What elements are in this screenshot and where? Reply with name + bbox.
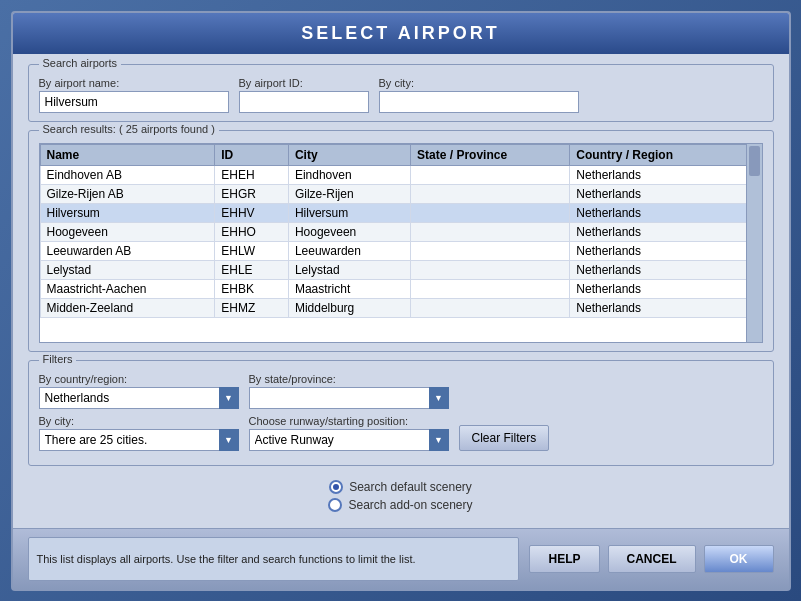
row-state (411, 260, 570, 279)
footer-buttons: HELP CANCEL OK (529, 545, 773, 573)
table-row[interactable]: Leeuwarden AB EHLW Leeuwarden Netherland… (40, 241, 761, 260)
addon-scenery-radio[interactable] (328, 498, 342, 512)
row-state (411, 203, 570, 222)
results-group-label: Search results: ( 25 airports found ) (39, 123, 219, 135)
row-city: Leeuwarden (288, 241, 410, 260)
row-id: EHMZ (215, 298, 289, 317)
row-city: Middelburg (288, 298, 410, 317)
country-select-wrapper: Netherlands Germany Belgium (39, 387, 239, 409)
default-scenery-row: Search default scenery (329, 480, 472, 494)
row-id: EHBK (215, 279, 289, 298)
filters-row-1: By country/region: Netherlands Germany B… (39, 373, 763, 409)
results-tbody: Eindhoven AB EHEH Eindhoven Netherlands … (40, 165, 761, 317)
filters-label: Filters (39, 353, 77, 365)
table-row[interactable]: Eindhoven AB EHEH Eindhoven Netherlands (40, 165, 761, 184)
dialog-title: SELECT AIRPORT (13, 13, 789, 54)
state-select-wrapper (249, 387, 449, 409)
row-id: EHHV (215, 203, 289, 222)
row-country: Netherlands (570, 184, 761, 203)
row-city: Eindhoven (288, 165, 410, 184)
country-filter-field: By country/region: Netherlands Germany B… (39, 373, 239, 409)
row-country: Netherlands (570, 279, 761, 298)
airport-city-label: By city: (379, 77, 579, 89)
row-name: Hoogeveen (40, 222, 215, 241)
row-state (411, 184, 570, 203)
row-name: Maastricht-Aachen (40, 279, 215, 298)
col-id: ID (215, 144, 289, 165)
row-id: EHLW (215, 241, 289, 260)
row-name: Hilversum (40, 203, 215, 222)
table-row[interactable]: Maastricht-Aachen EHBK Maastricht Nether… (40, 279, 761, 298)
country-filter-label: By country/region: (39, 373, 239, 385)
airport-id-label: By airport ID: (239, 77, 369, 89)
ok-button[interactable]: OK (704, 545, 774, 573)
default-scenery-label: Search default scenery (349, 480, 472, 494)
runway-filter-label: Choose runway/starting position: (249, 415, 449, 427)
city-select[interactable]: There are 25 cities. (39, 429, 239, 451)
airport-id-field-group: By airport ID: (239, 77, 369, 113)
default-scenery-radio[interactable] (329, 480, 343, 494)
help-button[interactable]: HELP (529, 545, 599, 573)
country-select[interactable]: Netherlands Germany Belgium (39, 387, 239, 409)
row-id: EHHO (215, 222, 289, 241)
row-country: Netherlands (570, 203, 761, 222)
row-country: Netherlands (570, 222, 761, 241)
airport-name-field-group: By airport name: (39, 77, 229, 113)
dialog-footer: This list displays all airports. Use the… (13, 528, 789, 589)
airport-name-label: By airport name: (39, 77, 229, 89)
row-country: Netherlands (570, 165, 761, 184)
row-id: EHGR (215, 184, 289, 203)
state-select[interactable] (249, 387, 449, 409)
state-filter-field: By state/province: (249, 373, 449, 409)
row-state (411, 165, 570, 184)
table-row[interactable]: Hoogeveen EHHO Hoogeveen Netherlands (40, 222, 761, 241)
row-country: Netherlands (570, 260, 761, 279)
row-city: Hoogeveen (288, 222, 410, 241)
row-city: Lelystad (288, 260, 410, 279)
row-city: Maastricht (288, 279, 410, 298)
row-id: EHEH (215, 165, 289, 184)
cancel-button[interactable]: CANCEL (608, 545, 696, 573)
search-row: By airport name: By airport ID: By city: (39, 77, 763, 113)
col-country: Country / Region (570, 144, 761, 165)
table-row[interactable]: Hilversum EHHV Hilversum Netherlands (40, 203, 761, 222)
row-city: Gilze-Rijen (288, 184, 410, 203)
clear-filters-button[interactable]: Clear Filters (459, 425, 550, 451)
airport-city-input[interactable] (379, 91, 579, 113)
table-header-row: Name ID City State / Province Country / … (40, 144, 761, 165)
row-country: Netherlands (570, 241, 761, 260)
row-name: Lelystad (40, 260, 215, 279)
row-state (411, 222, 570, 241)
table-row[interactable]: Lelystad EHLE Lelystad Netherlands (40, 260, 761, 279)
results-table-container: Name ID City State / Province Country / … (39, 143, 763, 343)
select-airport-dialog: SELECT AIRPORT Search airports By airpor… (11, 11, 791, 591)
row-state (411, 279, 570, 298)
city-filter-label: By city: (39, 415, 239, 427)
scrollbar-thumb[interactable] (749, 146, 760, 176)
runway-select[interactable]: Active Runway Runway 01 Runway 19 (249, 429, 449, 451)
col-state: State / Province (411, 144, 570, 165)
row-state (411, 298, 570, 317)
airport-name-input[interactable] (39, 91, 229, 113)
row-name: Eindhoven AB (40, 165, 215, 184)
row-id: EHLE (215, 260, 289, 279)
table-row[interactable]: Gilze-Rijen AB EHGR Gilze-Rijen Netherla… (40, 184, 761, 203)
results-group: Search results: ( 25 airports found ) Na… (28, 130, 774, 352)
filters-group: Filters By country/region: Netherlands G… (28, 360, 774, 466)
airport-city-field-group: By city: (379, 77, 579, 113)
row-name: Midden-Zeeland (40, 298, 215, 317)
state-filter-label: By state/province: (249, 373, 449, 385)
addon-scenery-label: Search add-on scenery (348, 498, 472, 512)
table-row[interactable]: Midden-Zeeland EHMZ Middelburg Netherlan… (40, 298, 761, 317)
col-name: Name (40, 144, 215, 165)
scrollbar[interactable] (746, 144, 762, 342)
row-name: Leeuwarden AB (40, 241, 215, 260)
dialog-body: Search airports By airport name: By airp… (13, 54, 789, 528)
row-country: Netherlands (570, 298, 761, 317)
airport-id-input[interactable] (239, 91, 369, 113)
results-table: Name ID City State / Province Country / … (40, 144, 762, 318)
runway-filter-field: Choose runway/starting position: Active … (249, 415, 449, 451)
filters-row-2: By city: There are 25 cities. Choose run… (39, 415, 763, 451)
col-city: City (288, 144, 410, 165)
row-state (411, 241, 570, 260)
